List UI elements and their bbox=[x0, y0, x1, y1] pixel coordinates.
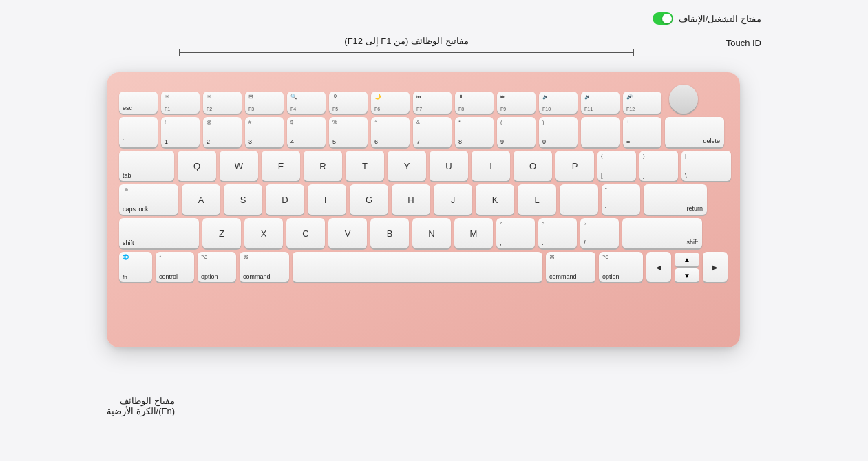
touch-id-label: Touch ID bbox=[726, 38, 761, 48]
key-f7[interactable]: ⏮ F7 bbox=[413, 92, 452, 114]
key-arrow-down[interactable]: ▼ bbox=[675, 268, 699, 282]
key-semicolon-label: ; bbox=[563, 206, 565, 213]
key-o[interactable]: O bbox=[514, 151, 552, 181]
key-f6[interactable]: 🌙 F6 bbox=[371, 92, 410, 114]
key-2[interactable]: @ 2 bbox=[203, 117, 242, 147]
key-f4[interactable]: 🔍 F4 bbox=[287, 92, 326, 114]
key-f5[interactable]: 🎙 F5 bbox=[329, 92, 368, 114]
key-g[interactable]: G bbox=[350, 184, 388, 215]
key-w-label: W bbox=[235, 161, 243, 171]
key-b[interactable]: B bbox=[370, 218, 409, 248]
key-i[interactable]: I bbox=[472, 151, 510, 181]
key-m[interactable]: M bbox=[454, 218, 493, 248]
key-option-right[interactable]: ⌥ option bbox=[599, 252, 643, 282]
key-arrow-up[interactable]: ▲ bbox=[675, 253, 699, 266]
key-option-r-symbol: ⌥ bbox=[602, 254, 608, 260]
key-quote[interactable]: " ' bbox=[602, 184, 640, 215]
key-command-right[interactable]: ⌘ command bbox=[546, 252, 595, 282]
key-f1[interactable]: ☀ F1 bbox=[161, 92, 200, 114]
key-f10[interactable]: 🔈 F10 bbox=[539, 92, 578, 114]
key-q[interactable]: Q bbox=[178, 151, 216, 181]
key-9[interactable]: ( 9 bbox=[497, 117, 536, 147]
key-y[interactable]: Y bbox=[388, 151, 426, 181]
key-hash: # bbox=[248, 119, 251, 125]
key-equals[interactable]: + = bbox=[623, 117, 661, 147]
key-y-label: Y bbox=[404, 161, 410, 171]
key-slash[interactable]: ? / bbox=[580, 218, 619, 248]
key-8-label: 8 bbox=[458, 138, 462, 145]
key-esc[interactable]: esc bbox=[119, 92, 158, 114]
key-arrow-right[interactable]: ▶ bbox=[703, 252, 728, 282]
key-k[interactable]: K bbox=[476, 184, 514, 215]
key-e[interactable]: E bbox=[262, 151, 300, 181]
key-j[interactable]: J bbox=[434, 184, 472, 215]
key-cmd-l-label: command bbox=[243, 273, 271, 280]
key-globe-icon: 🌐 bbox=[123, 254, 129, 260]
key-tilde: ~ bbox=[123, 119, 125, 125]
key-c[interactable]: C bbox=[286, 218, 325, 248]
key-f11[interactable]: 🔉 F11 bbox=[581, 92, 620, 114]
key-6[interactable]: ^ 6 bbox=[371, 117, 410, 147]
key-semicolon[interactable]: : ; bbox=[560, 184, 598, 215]
key-return[interactable]: return bbox=[644, 184, 707, 215]
key-minus[interactable]: _ - bbox=[581, 117, 620, 147]
key-plus: + bbox=[626, 119, 629, 125]
key-f12[interactable]: 🔊 F12 bbox=[623, 92, 661, 114]
key-5[interactable]: % 5 bbox=[329, 117, 368, 147]
key-space[interactable] bbox=[293, 252, 542, 282]
key-fn[interactable]: 🌐 fn bbox=[119, 252, 152, 282]
key-u[interactable]: U bbox=[430, 151, 468, 181]
key-f9[interactable]: ⏭ F9 bbox=[497, 92, 536, 114]
fn-keys-annotation: مفاتيح الوظائف (من F1 إلى F12) bbox=[179, 36, 634, 56]
key-underscore: _ bbox=[584, 119, 587, 125]
key-r[interactable]: R bbox=[304, 151, 342, 181]
key-backtick[interactable]: ~ ` bbox=[119, 117, 158, 147]
key-tab[interactable]: tab bbox=[119, 151, 174, 181]
key-l[interactable]: L bbox=[518, 184, 556, 215]
key-8[interactable]: * 8 bbox=[455, 117, 494, 147]
key-x[interactable]: X bbox=[244, 218, 283, 248]
key-v[interactable]: V bbox=[328, 218, 367, 248]
key-f3[interactable]: ⊞ F3 bbox=[245, 92, 284, 114]
key-3[interactable]: # 3 bbox=[245, 117, 284, 147]
key-4[interactable]: $ 4 bbox=[287, 117, 326, 147]
key-s-label: S bbox=[240, 195, 246, 205]
key-comma[interactable]: < , bbox=[496, 218, 535, 248]
key-colon: : bbox=[563, 186, 564, 193]
key-s[interactable]: S bbox=[224, 184, 262, 215]
key-arrow-left[interactable]: ◀ bbox=[646, 252, 671, 282]
key-h[interactable]: H bbox=[392, 184, 430, 215]
key-backslash[interactable]: | \ bbox=[681, 151, 731, 181]
key-t-label: T bbox=[362, 161, 368, 171]
key-n[interactable]: N bbox=[412, 218, 451, 248]
key-shift-right[interactable]: shift bbox=[622, 218, 702, 248]
key-f2[interactable]: ☀ F2 bbox=[203, 92, 242, 114]
key-1[interactable]: ! 1 bbox=[161, 117, 200, 147]
key-z[interactable]: Z bbox=[202, 218, 241, 248]
key-period[interactable]: > . bbox=[538, 218, 577, 248]
key-f8-label: F8 bbox=[458, 107, 464, 111]
key-shift-left[interactable]: shift bbox=[119, 218, 199, 248]
power-toggle-switch[interactable] bbox=[653, 12, 673, 25]
key-w[interactable]: W bbox=[220, 151, 258, 181]
key-dollar: $ bbox=[290, 119, 293, 125]
key-6-label: 6 bbox=[374, 138, 378, 145]
touch-id-button[interactable] bbox=[669, 85, 698, 114]
key-rbracket[interactable]: } ] bbox=[639, 151, 678, 181]
key-p[interactable]: P bbox=[555, 151, 594, 181]
key-control[interactable]: ^ control bbox=[156, 252, 194, 282]
key-option-left[interactable]: ⌥ option bbox=[198, 252, 236, 282]
key-f[interactable]: F bbox=[308, 184, 346, 215]
key-0[interactable]: ) 0 bbox=[539, 117, 578, 147]
key-command-left[interactable]: ⌘ command bbox=[240, 252, 289, 282]
key-t[interactable]: T bbox=[346, 151, 384, 181]
key-a[interactable]: A bbox=[182, 184, 220, 215]
key-lbracket[interactable]: { [ bbox=[597, 151, 636, 181]
key-f6-label: F6 bbox=[374, 107, 380, 111]
key-7[interactable]: & 7 bbox=[413, 117, 452, 147]
key-delete[interactable]: delete bbox=[665, 117, 724, 147]
key-d[interactable]: D bbox=[266, 184, 304, 215]
key-f8[interactable]: ⏸ F8 bbox=[455, 92, 494, 114]
key-option-l-label: option bbox=[201, 273, 218, 280]
key-caps-lock[interactable]: caps lock bbox=[119, 184, 178, 215]
